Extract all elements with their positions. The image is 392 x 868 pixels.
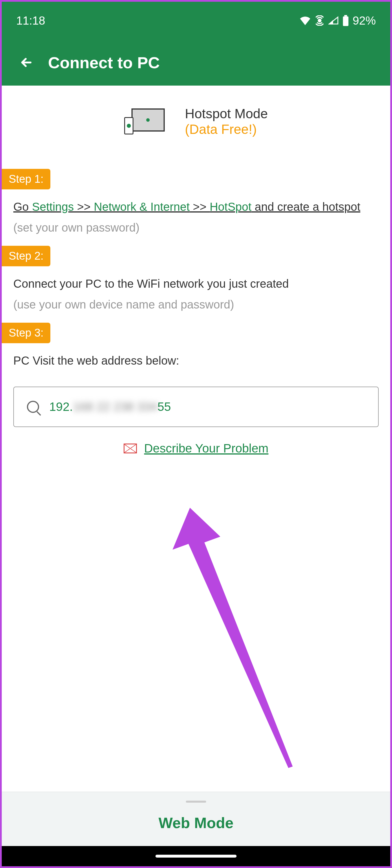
- wifi-icon: [299, 16, 311, 25]
- app-header: Connect to PC: [2, 39, 390, 86]
- step-3-text: PC Visit the web address below:: [2, 352, 390, 369]
- svg-rect-1: [344, 15, 347, 17]
- arrow-annotation-icon: [172, 508, 306, 774]
- ip-address: 192.168 22 238 33455: [49, 400, 171, 414]
- mode-subtitle: (Data Free!): [185, 121, 268, 137]
- describe-problem-link[interactable]: Describe Your Problem: [144, 441, 269, 455]
- search-icon: [27, 401, 39, 413]
- step-3-label: Step 3:: [2, 323, 50, 343]
- device-illustration-icon: [124, 108, 165, 134]
- status-right: 92%: [299, 14, 376, 27]
- step-2-hint: (use your own device name and password): [2, 298, 390, 311]
- page-title: Connect to PC: [48, 53, 160, 72]
- drag-handle[interactable]: [186, 801, 206, 803]
- mail-icon: [123, 443, 137, 453]
- hotspot-icon: [314, 15, 325, 26]
- svg-rect-2: [343, 17, 348, 26]
- step-1-label: Step 1:: [2, 169, 50, 189]
- bottom-sheet[interactable]: Web Mode: [2, 792, 390, 846]
- nav-pill[interactable]: [156, 855, 236, 858]
- address-box[interactable]: 192.168 22 238 33455: [13, 386, 379, 427]
- hotspot-link[interactable]: HotSpot: [209, 200, 252, 213]
- network-internet-link[interactable]: Network & Internet: [94, 200, 190, 213]
- back-button[interactable]: [19, 55, 34, 70]
- signal-icon: [328, 16, 339, 25]
- web-mode-button[interactable]: Web Mode: [158, 814, 233, 832]
- mode-title: Hotspot Mode: [185, 106, 268, 121]
- status-bar: 11:18 92%: [2, 2, 390, 39]
- battery-percent: 92%: [353, 14, 376, 27]
- mode-header: Hotspot Mode (Data Free!): [2, 106, 390, 137]
- step-1-hint: (set your own password): [2, 221, 390, 234]
- step-1-text[interactable]: Go Settings >> Network & Internet >> Hot…: [2, 198, 390, 215]
- step-2-text: Connect your PC to the WiFi network you …: [2, 275, 390, 292]
- step-2-label: Step 2:: [2, 246, 50, 266]
- battery-icon: [342, 15, 349, 26]
- settings-link[interactable]: Settings: [32, 200, 74, 213]
- svg-point-0: [318, 19, 321, 22]
- system-nav-bar: [2, 846, 390, 866]
- status-time: 11:18: [16, 14, 45, 27]
